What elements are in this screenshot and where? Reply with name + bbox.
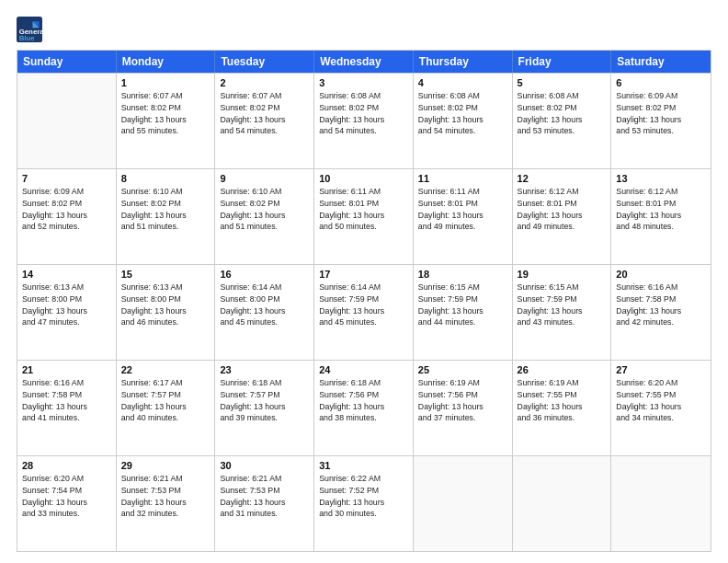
day-info: Sunrise: 6:08 AM Sunset: 8:02 PM Dayligh… xyxy=(518,90,607,137)
day-info: Sunrise: 6:16 AM Sunset: 7:58 PM Dayligh… xyxy=(22,377,111,424)
calendar-row: 28Sunrise: 6:20 AM Sunset: 7:54 PM Dayli… xyxy=(17,455,711,551)
day-number: 11 xyxy=(418,173,507,184)
calendar-cell: 11Sunrise: 6:11 AM Sunset: 8:01 PM Dayli… xyxy=(414,169,513,264)
day-number: 5 xyxy=(518,77,607,88)
day-number: 7 xyxy=(22,173,111,184)
calendar-cell: 19Sunrise: 6:15 AM Sunset: 7:59 PM Dayli… xyxy=(513,265,612,360)
day-info: Sunrise: 6:10 AM Sunset: 8:02 PM Dayligh… xyxy=(121,186,210,233)
day-info: Sunrise: 6:21 AM Sunset: 7:53 PM Dayligh… xyxy=(121,473,210,520)
day-number: 20 xyxy=(616,269,706,280)
calendar-cell: 12Sunrise: 6:12 AM Sunset: 8:01 PM Dayli… xyxy=(513,169,612,264)
calendar-cell: 25Sunrise: 6:19 AM Sunset: 7:56 PM Dayli… xyxy=(414,361,513,455)
calendar-cell: 5Sunrise: 6:08 AM Sunset: 8:02 PM Daylig… xyxy=(513,74,612,168)
day-info: Sunrise: 6:21 AM Sunset: 7:53 PM Dayligh… xyxy=(220,473,309,520)
calendar-row: 14Sunrise: 6:13 AM Sunset: 8:00 PM Dayli… xyxy=(17,264,711,360)
calendar-cell xyxy=(414,456,513,551)
day-info: Sunrise: 6:12 AM Sunset: 8:01 PM Dayligh… xyxy=(518,186,607,233)
day-number: 4 xyxy=(418,77,507,88)
day-number: 15 xyxy=(121,269,210,280)
day-number: 19 xyxy=(518,269,607,280)
calendar-cell: 10Sunrise: 6:11 AM Sunset: 8:01 PM Dayli… xyxy=(314,169,414,264)
day-number: 6 xyxy=(616,77,706,88)
calendar-cell: 16Sunrise: 6:14 AM Sunset: 8:00 PM Dayli… xyxy=(215,265,314,360)
day-info: Sunrise: 6:19 AM Sunset: 7:56 PM Dayligh… xyxy=(418,377,507,424)
day-info: Sunrise: 6:20 AM Sunset: 7:54 PM Dayligh… xyxy=(22,473,111,520)
weekday-header: Tuesday xyxy=(215,51,314,73)
day-number: 13 xyxy=(616,173,706,184)
calendar-cell: 14Sunrise: 6:13 AM Sunset: 8:00 PM Dayli… xyxy=(17,265,117,360)
day-info: Sunrise: 6:15 AM Sunset: 7:59 PM Dayligh… xyxy=(418,282,507,328)
weekday-header: Saturday xyxy=(611,51,711,73)
day-info: Sunrise: 6:14 AM Sunset: 7:59 PM Dayligh… xyxy=(319,282,408,328)
calendar-cell xyxy=(17,74,117,168)
calendar-cell: 3Sunrise: 6:08 AM Sunset: 8:02 PM Daylig… xyxy=(314,74,414,168)
calendar-cell: 30Sunrise: 6:21 AM Sunset: 7:53 PM Dayli… xyxy=(215,456,314,551)
weekday-header: Friday xyxy=(513,51,612,73)
day-number: 3 xyxy=(319,77,408,88)
calendar-cell: 26Sunrise: 6:19 AM Sunset: 7:55 PM Dayli… xyxy=(513,361,612,455)
day-info: Sunrise: 6:07 AM Sunset: 8:02 PM Dayligh… xyxy=(220,90,309,137)
calendar-header: SundayMondayTuesdayWednesdayThursdayFrid… xyxy=(17,51,711,73)
calendar: SundayMondayTuesdayWednesdayThursdayFrid… xyxy=(17,50,711,552)
calendar-cell: 22Sunrise: 6:17 AM Sunset: 7:57 PM Dayli… xyxy=(117,361,216,455)
calendar-cell: 23Sunrise: 6:18 AM Sunset: 7:57 PM Dayli… xyxy=(215,361,314,455)
weekday-header: Sunday xyxy=(17,51,117,73)
calendar-cell: 20Sunrise: 6:16 AM Sunset: 7:58 PM Dayli… xyxy=(611,265,711,360)
calendar-row: 1Sunrise: 6:07 AM Sunset: 8:02 PM Daylig… xyxy=(17,73,711,168)
day-info: Sunrise: 6:18 AM Sunset: 7:57 PM Dayligh… xyxy=(220,377,309,424)
day-info: Sunrise: 6:13 AM Sunset: 8:00 PM Dayligh… xyxy=(121,282,210,328)
day-info: Sunrise: 6:15 AM Sunset: 7:59 PM Dayligh… xyxy=(518,282,607,328)
weekday-header: Wednesday xyxy=(314,51,414,73)
day-info: Sunrise: 6:19 AM Sunset: 7:55 PM Dayligh… xyxy=(518,377,607,424)
day-number: 1 xyxy=(121,77,210,88)
day-number: 27 xyxy=(616,364,706,375)
day-number: 14 xyxy=(22,269,111,280)
calendar-cell: 7Sunrise: 6:09 AM Sunset: 8:02 PM Daylig… xyxy=(17,169,117,264)
day-number: 21 xyxy=(22,364,111,375)
day-info: Sunrise: 6:10 AM Sunset: 8:02 PM Dayligh… xyxy=(220,186,309,233)
day-info: Sunrise: 6:08 AM Sunset: 8:02 PM Dayligh… xyxy=(319,90,408,137)
calendar-cell: 2Sunrise: 6:07 AM Sunset: 8:02 PM Daylig… xyxy=(215,74,314,168)
day-number: 18 xyxy=(418,269,507,280)
day-info: Sunrise: 6:07 AM Sunset: 8:02 PM Dayligh… xyxy=(121,90,210,137)
day-number: 26 xyxy=(518,364,607,375)
calendar-cell: 18Sunrise: 6:15 AM Sunset: 7:59 PM Dayli… xyxy=(414,265,513,360)
calendar-cell: 1Sunrise: 6:07 AM Sunset: 8:02 PM Daylig… xyxy=(117,74,216,168)
weekday-header: Thursday xyxy=(414,51,513,73)
svg-text:Blue: Blue xyxy=(19,34,36,42)
day-number: 16 xyxy=(220,269,309,280)
calendar-cell: 4Sunrise: 6:08 AM Sunset: 8:02 PM Daylig… xyxy=(414,74,513,168)
logo: General Blue xyxy=(17,17,42,42)
day-info: Sunrise: 6:08 AM Sunset: 8:02 PM Dayligh… xyxy=(418,90,507,137)
calendar-cell: 8Sunrise: 6:10 AM Sunset: 8:02 PM Daylig… xyxy=(117,169,216,264)
calendar-body: 1Sunrise: 6:07 AM Sunset: 8:02 PM Daylig… xyxy=(17,73,711,551)
day-number: 22 xyxy=(121,364,210,375)
page: General Blue SundayMondayTuesdayWednesda… xyxy=(0,0,728,563)
calendar-row: 21Sunrise: 6:16 AM Sunset: 7:58 PM Dayli… xyxy=(17,360,711,455)
day-number: 31 xyxy=(319,460,408,471)
weekday-header: Monday xyxy=(117,51,216,73)
day-info: Sunrise: 6:12 AM Sunset: 8:01 PM Dayligh… xyxy=(616,186,706,233)
calendar-cell: 15Sunrise: 6:13 AM Sunset: 8:00 PM Dayli… xyxy=(117,265,216,360)
day-info: Sunrise: 6:14 AM Sunset: 8:00 PM Dayligh… xyxy=(220,282,309,328)
calendar-cell: 29Sunrise: 6:21 AM Sunset: 7:53 PM Dayli… xyxy=(117,456,216,551)
calendar-cell: 28Sunrise: 6:20 AM Sunset: 7:54 PM Dayli… xyxy=(17,456,117,551)
day-number: 2 xyxy=(220,77,309,88)
day-number: 23 xyxy=(220,364,309,375)
day-info: Sunrise: 6:20 AM Sunset: 7:55 PM Dayligh… xyxy=(616,377,706,424)
logo-icon: General Blue xyxy=(17,17,42,42)
calendar-cell: 27Sunrise: 6:20 AM Sunset: 7:55 PM Dayli… xyxy=(611,361,711,455)
day-number: 8 xyxy=(121,173,210,184)
day-info: Sunrise: 6:16 AM Sunset: 7:58 PM Dayligh… xyxy=(616,282,706,328)
day-info: Sunrise: 6:09 AM Sunset: 8:02 PM Dayligh… xyxy=(22,186,111,233)
header: General Blue xyxy=(17,17,711,42)
calendar-cell: 31Sunrise: 6:22 AM Sunset: 7:52 PM Dayli… xyxy=(314,456,414,551)
calendar-cell: 17Sunrise: 6:14 AM Sunset: 7:59 PM Dayli… xyxy=(314,265,414,360)
day-number: 12 xyxy=(518,173,607,184)
day-info: Sunrise: 6:11 AM Sunset: 8:01 PM Dayligh… xyxy=(319,186,408,233)
day-info: Sunrise: 6:13 AM Sunset: 8:00 PM Dayligh… xyxy=(22,282,111,328)
day-number: 9 xyxy=(220,173,309,184)
day-number: 28 xyxy=(22,460,111,471)
day-info: Sunrise: 6:17 AM Sunset: 7:57 PM Dayligh… xyxy=(121,377,210,424)
day-number: 17 xyxy=(319,269,408,280)
